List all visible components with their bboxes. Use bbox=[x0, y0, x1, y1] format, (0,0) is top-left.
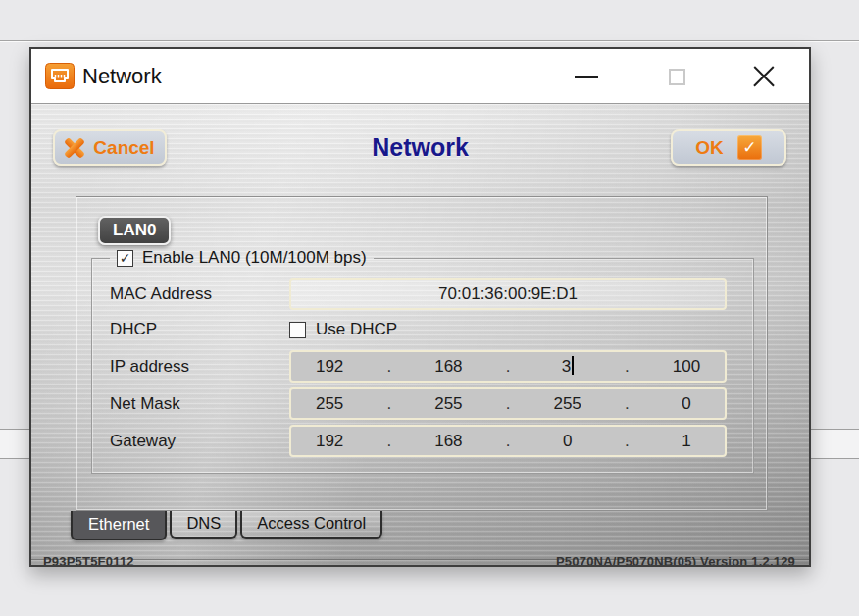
cancel-button[interactable]: Cancel bbox=[53, 129, 167, 166]
net-mask-label: Net Mask bbox=[110, 394, 289, 414]
enable-lan0-checkbox[interactable]: ✓ bbox=[117, 250, 133, 267]
maximize-icon bbox=[669, 69, 685, 85]
ok-check-icon: ✓ bbox=[737, 135, 762, 160]
octet-separator: . bbox=[606, 394, 648, 414]
ip-octet-2[interactable]: 168 bbox=[410, 357, 486, 377]
version-text: P5070NA/P5070NB(05) Version 1.2.129 bbox=[556, 554, 795, 567]
octet-separator: . bbox=[487, 394, 530, 414]
tab-ethernet[interactable]: Ethernet bbox=[71, 511, 167, 540]
octet-separator: . bbox=[606, 432, 648, 451]
page-divider-top bbox=[0, 40, 859, 41]
ip-address-row: IP address 192 . 168 . 3 . 100 bbox=[110, 350, 753, 383]
gateway-label: Gateway bbox=[110, 432, 289, 451]
gw-octet-3[interactable]: 0 bbox=[530, 432, 606, 451]
ip-octet-1[interactable]: 192 bbox=[291, 357, 368, 377]
enable-lan0-label: Enable LAN0 (10M/100M bps) bbox=[142, 248, 367, 268]
mac-address-label: MAC Address bbox=[110, 284, 289, 304]
octet-separator: . bbox=[487, 432, 530, 451]
octet-separator: . bbox=[487, 357, 530, 377]
ok-button[interactable]: OK ✓ bbox=[671, 129, 786, 166]
tab-dns[interactable]: DNS bbox=[170, 511, 237, 539]
octet-separator: . bbox=[368, 357, 410, 377]
maximize-button[interactable] bbox=[655, 49, 698, 104]
cancel-x-icon bbox=[65, 138, 84, 158]
dhcp-label: DHCP bbox=[110, 320, 289, 339]
gw-octet-2[interactable]: 168 bbox=[410, 432, 486, 451]
network-app-icon bbox=[45, 63, 75, 89]
minimize-icon bbox=[575, 76, 598, 78]
ip-address-field[interactable]: 192 . 168 . 3 . 100 bbox=[289, 350, 727, 383]
ok-label: OK bbox=[695, 137, 724, 159]
enable-lan0-legend: ✓ Enable LAN0 (10M/100M bps) bbox=[110, 248, 374, 268]
cancel-label: Cancel bbox=[93, 137, 154, 159]
gateway-row: Gateway 192 . 168 . 0 . 1 bbox=[110, 425, 753, 457]
minimize-button[interactable] bbox=[565, 49, 608, 104]
tab-access-control[interactable]: Access Control bbox=[240, 511, 382, 539]
lan0-group: ✓ Enable LAN0 (10M/100M bps) MAC Address… bbox=[91, 248, 754, 474]
mac-address-row: MAC Address 70:01:36:00:9E:D1 bbox=[110, 278, 753, 310]
network-dialog: Network Cancel Network OK ✓ LAN0 ✓ Enabl… bbox=[29, 47, 811, 567]
gateway-field[interactable]: 192 . 168 . 0 . 1 bbox=[289, 425, 727, 457]
window-title: Network bbox=[82, 64, 162, 89]
octet-separator: . bbox=[368, 432, 410, 451]
mask-octet-2[interactable]: 255 bbox=[410, 394, 486, 414]
mask-octet-1[interactable]: 255 bbox=[291, 394, 368, 414]
content-panel: LAN0 ✓ Enable LAN0 (10M/100M bps) MAC Ad… bbox=[76, 196, 768, 511]
gw-octet-1[interactable]: 192 bbox=[291, 432, 368, 451]
serial-number-text: P93P5T5F0112 bbox=[43, 554, 134, 567]
dhcp-row: DHCP Use DHCP bbox=[110, 315, 753, 344]
octet-separator: . bbox=[368, 394, 410, 414]
ip-octet-4[interactable]: 100 bbox=[648, 357, 725, 377]
ip-address-label: IP address bbox=[110, 357, 289, 377]
mask-octet-3[interactable]: 255 bbox=[530, 394, 606, 414]
use-dhcp-checkbox[interactable] bbox=[289, 322, 306, 338]
ip-octet-3[interactable]: 3 bbox=[530, 356, 606, 377]
use-dhcp-label: Use DHCP bbox=[316, 320, 397, 339]
net-mask-field[interactable]: 255 . 255 . 255 . 0 bbox=[289, 387, 727, 420]
text-cursor bbox=[572, 356, 574, 375]
octet-separator: . bbox=[606, 357, 648, 377]
titlebar: Network bbox=[31, 49, 809, 104]
close-button[interactable] bbox=[742, 49, 785, 104]
gw-octet-4[interactable]: 1 bbox=[648, 432, 725, 451]
net-mask-row: Net Mask 255 . 255 . 255 . 0 bbox=[110, 387, 753, 420]
mac-address-text: 70:01:36:00:9E:D1 bbox=[438, 284, 578, 304]
mac-address-value: 70:01:36:00:9E:D1 bbox=[289, 278, 727, 310]
bottom-tabs: Ethernet DNS Access Control bbox=[71, 511, 382, 540]
lan0-tab[interactable]: LAN0 bbox=[98, 216, 171, 245]
close-icon bbox=[752, 65, 776, 88]
dialog-body: Cancel Network OK ✓ LAN0 ✓ Enable LAN0 (… bbox=[31, 104, 809, 567]
mask-octet-4[interactable]: 0 bbox=[648, 394, 725, 414]
